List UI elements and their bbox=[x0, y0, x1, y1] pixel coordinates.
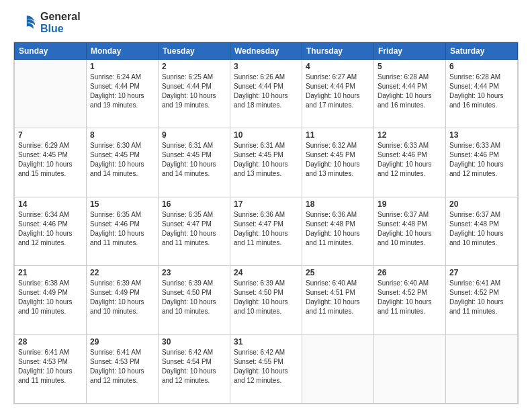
calendar-body: 1Sunrise: 6:24 AM Sunset: 4:44 PM Daylig… bbox=[15, 60, 518, 404]
day-number: 16 bbox=[162, 199, 226, 209]
day-info: Sunrise: 6:41 AM Sunset: 4:53 PM Dayligh… bbox=[18, 348, 83, 385]
day-info: Sunrise: 6:26 AM Sunset: 4:44 PM Dayligh… bbox=[234, 73, 298, 110]
day-info: Sunrise: 6:27 AM Sunset: 4:44 PM Dayligh… bbox=[306, 73, 370, 110]
calendar-cell: 25Sunrise: 6:40 AM Sunset: 4:51 PM Dayli… bbox=[302, 266, 374, 334]
calendar-cell: 4Sunrise: 6:27 AM Sunset: 4:44 PM Daylig… bbox=[302, 60, 374, 128]
day-info: Sunrise: 6:24 AM Sunset: 4:44 PM Dayligh… bbox=[90, 73, 154, 110]
calendar-cell: 3Sunrise: 6:26 AM Sunset: 4:44 PM Daylig… bbox=[230, 60, 302, 128]
calendar-cell: 1Sunrise: 6:24 AM Sunset: 4:44 PM Daylig… bbox=[87, 60, 159, 128]
day-number: 24 bbox=[234, 268, 298, 277]
calendar-cell: 30Sunrise: 6:42 AM Sunset: 4:54 PM Dayli… bbox=[159, 334, 230, 403]
day-number: 11 bbox=[306, 130, 370, 140]
day-info: Sunrise: 6:36 AM Sunset: 4:48 PM Dayligh… bbox=[306, 210, 370, 248]
day-number: 8 bbox=[90, 130, 154, 140]
calendar-week-2: 14Sunrise: 6:34 AM Sunset: 4:46 PM Dayli… bbox=[15, 197, 518, 265]
logo-text: General Blue bbox=[40, 11, 81, 35]
calendar-cell: 23Sunrise: 6:39 AM Sunset: 4:50 PM Dayli… bbox=[159, 266, 230, 334]
calendar-cell: 8Sunrise: 6:30 AM Sunset: 4:45 PM Daylig… bbox=[87, 128, 159, 197]
calendar-cell bbox=[302, 334, 374, 403]
day-info: Sunrise: 6:39 AM Sunset: 4:50 PM Dayligh… bbox=[234, 279, 298, 316]
calendar-cell bbox=[446, 334, 518, 403]
header-cell-tuesday: Tuesday bbox=[159, 43, 230, 60]
calendar-cell: 12Sunrise: 6:33 AM Sunset: 4:46 PM Dayli… bbox=[374, 128, 446, 197]
day-info: Sunrise: 6:42 AM Sunset: 4:54 PM Dayligh… bbox=[162, 348, 226, 385]
day-number: 5 bbox=[378, 62, 442, 71]
day-number: 25 bbox=[306, 268, 370, 277]
day-number: 27 bbox=[449, 268, 514, 277]
day-info: Sunrise: 6:40 AM Sunset: 4:52 PM Dayligh… bbox=[378, 279, 442, 316]
day-number: 9 bbox=[162, 130, 226, 140]
day-number: 3 bbox=[234, 62, 298, 71]
calendar-cell: 24Sunrise: 6:39 AM Sunset: 4:50 PM Dayli… bbox=[230, 266, 302, 334]
calendar-week-0: 1Sunrise: 6:24 AM Sunset: 4:44 PM Daylig… bbox=[15, 60, 518, 128]
day-number: 26 bbox=[378, 268, 442, 277]
day-number: 2 bbox=[162, 62, 226, 71]
calendar-week-1: 7Sunrise: 6:29 AM Sunset: 4:45 PM Daylig… bbox=[15, 128, 518, 197]
day-info: Sunrise: 6:38 AM Sunset: 4:49 PM Dayligh… bbox=[18, 279, 83, 316]
logo: General Blue bbox=[13, 11, 81, 35]
calendar-week-4: 28Sunrise: 6:41 AM Sunset: 4:53 PM Dayli… bbox=[15, 334, 518, 403]
calendar-cell bbox=[374, 334, 446, 403]
calendar-week-3: 21Sunrise: 6:38 AM Sunset: 4:49 PM Dayli… bbox=[15, 266, 518, 334]
header-row: SundayMondayTuesdayWednesdayThursdayFrid… bbox=[15, 43, 518, 60]
day-number: 19 bbox=[378, 199, 442, 209]
day-info: Sunrise: 6:39 AM Sunset: 4:49 PM Dayligh… bbox=[90, 279, 154, 316]
header-cell-wednesday: Wednesday bbox=[230, 43, 302, 60]
header-cell-saturday: Saturday bbox=[446, 43, 518, 60]
day-info: Sunrise: 6:37 AM Sunset: 4:48 PM Dayligh… bbox=[449, 210, 514, 248]
day-info: Sunrise: 6:36 AM Sunset: 4:47 PM Dayligh… bbox=[234, 210, 298, 248]
day-info: Sunrise: 6:28 AM Sunset: 4:44 PM Dayligh… bbox=[449, 73, 514, 110]
day-info: Sunrise: 6:31 AM Sunset: 4:45 PM Dayligh… bbox=[234, 141, 298, 179]
calendar-cell: 13Sunrise: 6:33 AM Sunset: 4:46 PM Dayli… bbox=[446, 128, 518, 197]
day-number: 22 bbox=[90, 268, 154, 277]
header: General Blue bbox=[13, 11, 519, 35]
calendar: SundayMondayTuesdayWednesdayThursdayFrid… bbox=[13, 42, 519, 404]
day-number: 31 bbox=[234, 337, 298, 347]
day-number: 14 bbox=[18, 199, 83, 209]
calendar-cell: 20Sunrise: 6:37 AM Sunset: 4:48 PM Dayli… bbox=[446, 197, 518, 265]
day-number: 4 bbox=[306, 62, 370, 71]
calendar-cell bbox=[15, 60, 87, 128]
day-number: 13 bbox=[449, 130, 514, 140]
calendar-cell: 6Sunrise: 6:28 AM Sunset: 4:44 PM Daylig… bbox=[446, 60, 518, 128]
calendar-cell: 5Sunrise: 6:28 AM Sunset: 4:44 PM Daylig… bbox=[374, 60, 446, 128]
calendar-header: SundayMondayTuesdayWednesdayThursdayFrid… bbox=[15, 43, 518, 60]
calendar-cell: 2Sunrise: 6:25 AM Sunset: 4:44 PM Daylig… bbox=[159, 60, 230, 128]
header-cell-thursday: Thursday bbox=[302, 43, 374, 60]
day-number: 15 bbox=[90, 199, 154, 209]
day-info: Sunrise: 6:34 AM Sunset: 4:46 PM Dayligh… bbox=[18, 210, 83, 248]
day-info: Sunrise: 6:28 AM Sunset: 4:44 PM Dayligh… bbox=[378, 73, 442, 110]
calendar-cell: 21Sunrise: 6:38 AM Sunset: 4:49 PM Dayli… bbox=[15, 266, 87, 334]
day-info: Sunrise: 6:41 AM Sunset: 4:53 PM Dayligh… bbox=[90, 348, 154, 385]
day-info: Sunrise: 6:32 AM Sunset: 4:45 PM Dayligh… bbox=[306, 141, 370, 179]
day-info: Sunrise: 6:37 AM Sunset: 4:48 PM Dayligh… bbox=[378, 210, 442, 248]
calendar-cell: 27Sunrise: 6:41 AM Sunset: 4:52 PM Dayli… bbox=[446, 266, 518, 334]
logo-icon bbox=[13, 11, 38, 35]
calendar-cell: 7Sunrise: 6:29 AM Sunset: 4:45 PM Daylig… bbox=[15, 128, 87, 197]
day-info: Sunrise: 6:40 AM Sunset: 4:51 PM Dayligh… bbox=[306, 279, 370, 316]
day-number: 17 bbox=[234, 199, 298, 209]
day-info: Sunrise: 6:31 AM Sunset: 4:45 PM Dayligh… bbox=[162, 141, 226, 179]
day-info: Sunrise: 6:25 AM Sunset: 4:44 PM Dayligh… bbox=[162, 73, 226, 110]
header-cell-sunday: Sunday bbox=[15, 43, 87, 60]
day-info: Sunrise: 6:33 AM Sunset: 4:46 PM Dayligh… bbox=[378, 141, 442, 179]
calendar-cell: 18Sunrise: 6:36 AM Sunset: 4:48 PM Dayli… bbox=[302, 197, 374, 265]
calendar-cell: 22Sunrise: 6:39 AM Sunset: 4:49 PM Dayli… bbox=[87, 266, 159, 334]
day-info: Sunrise: 6:30 AM Sunset: 4:45 PM Dayligh… bbox=[90, 141, 154, 179]
calendar-cell: 29Sunrise: 6:41 AM Sunset: 4:53 PM Dayli… bbox=[87, 334, 159, 403]
calendar-cell: 31Sunrise: 6:42 AM Sunset: 4:55 PM Dayli… bbox=[230, 334, 302, 403]
day-number: 23 bbox=[162, 268, 226, 277]
day-number: 12 bbox=[378, 130, 442, 140]
day-number: 28 bbox=[18, 337, 83, 347]
day-number: 1 bbox=[90, 62, 154, 71]
calendar-cell: 17Sunrise: 6:36 AM Sunset: 4:47 PM Dayli… bbox=[230, 197, 302, 265]
day-number: 10 bbox=[234, 130, 298, 140]
calendar-table: SundayMondayTuesdayWednesdayThursdayFrid… bbox=[14, 42, 518, 404]
day-number: 29 bbox=[90, 337, 154, 347]
calendar-cell: 16Sunrise: 6:35 AM Sunset: 4:47 PM Dayli… bbox=[159, 197, 230, 265]
day-number: 7 bbox=[18, 130, 83, 140]
day-info: Sunrise: 6:42 AM Sunset: 4:55 PM Dayligh… bbox=[234, 348, 298, 385]
calendar-cell: 28Sunrise: 6:41 AM Sunset: 4:53 PM Dayli… bbox=[15, 334, 87, 403]
calendar-cell: 11Sunrise: 6:32 AM Sunset: 4:45 PM Dayli… bbox=[302, 128, 374, 197]
day-number: 21 bbox=[18, 268, 83, 277]
